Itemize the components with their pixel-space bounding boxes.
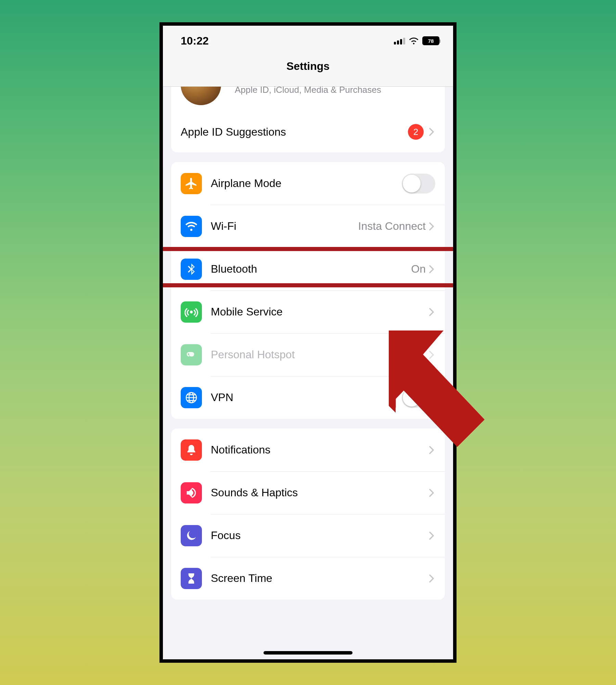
vpn-row[interactable]: VPN bbox=[171, 376, 445, 419]
bell-icon bbox=[181, 439, 202, 461]
vpn-toggle[interactable] bbox=[402, 388, 435, 408]
chevron-right-icon bbox=[429, 489, 435, 497]
battery-level: 78 bbox=[428, 38, 434, 44]
chevron-right-icon bbox=[429, 308, 435, 316]
status-bar: 10:22 78 bbox=[163, 26, 453, 56]
chevron-right-icon bbox=[429, 222, 435, 231]
chevron-right-icon bbox=[429, 128, 435, 136]
apple-id-row[interactable]: Apple ID, iCloud, Media & Purchases bbox=[171, 87, 445, 111]
chevron-right-icon bbox=[429, 351, 435, 359]
chevron-right-icon bbox=[429, 446, 435, 454]
battery-icon: 78 bbox=[422, 36, 439, 45]
vpn-label: VPN bbox=[211, 391, 402, 404]
personal-hotspot-label: Personal Hotspot bbox=[211, 348, 429, 361]
vpn-icon bbox=[181, 387, 202, 408]
status-indicators: 78 bbox=[394, 36, 439, 45]
nav-header: Settings bbox=[163, 56, 453, 87]
mobile-service-label: Mobile Service bbox=[211, 306, 429, 318]
focus-row[interactable]: Focus bbox=[171, 514, 445, 557]
personal-hotspot-row[interactable]: Personal Hotspot bbox=[171, 333, 445, 376]
notifications-label: Notifications bbox=[211, 444, 429, 456]
apple-id-subtitle: Apple ID, iCloud, Media & Purchases bbox=[235, 87, 381, 95]
bluetooth-icon bbox=[181, 259, 202, 280]
apple-id-suggestions-label: Apple ID Suggestions bbox=[181, 126, 408, 138]
screen-time-row[interactable]: Screen Time bbox=[171, 557, 445, 600]
section-system: Notifications Sounds & Haptics bbox=[171, 428, 445, 600]
cellular-icon bbox=[181, 301, 202, 323]
connectivity-wrap: Airplane Mode Wi-Fi Insta Connect bbox=[163, 162, 453, 419]
section-apple-id: Apple ID, iCloud, Media & Purchases Appl… bbox=[171, 87, 445, 152]
status-time: 10:22 bbox=[181, 35, 209, 47]
mobile-service-row[interactable]: Mobile Service bbox=[171, 290, 445, 333]
avatar bbox=[181, 87, 221, 105]
settings-content: Apple ID, iCloud, Media & Purchases Appl… bbox=[163, 87, 453, 600]
wifi-row[interactable]: Wi-Fi Insta Connect bbox=[171, 205, 445, 248]
home-indicator[interactable] bbox=[264, 651, 352, 655]
airplane-icon bbox=[181, 173, 202, 194]
hourglass-icon bbox=[181, 568, 202, 589]
section-connectivity: Airplane Mode Wi-Fi Insta Connect bbox=[171, 162, 445, 419]
notifications-row[interactable]: Notifications bbox=[171, 428, 445, 471]
bluetooth-row[interactable]: Bluetooth On bbox=[171, 248, 445, 290]
badge-count: 2 bbox=[408, 124, 424, 140]
screen-time-label: Screen Time bbox=[211, 572, 429, 585]
hotspot-icon bbox=[181, 344, 202, 365]
wifi-icon bbox=[409, 37, 419, 45]
screen: 10:22 78 Settings Apple bbox=[163, 26, 453, 659]
wifi-settings-icon bbox=[181, 216, 202, 237]
cellular-signal-icon bbox=[394, 37, 405, 45]
sounds-haptics-label: Sounds & Haptics bbox=[211, 486, 429, 499]
chevron-right-icon bbox=[429, 265, 435, 273]
apple-id-suggestions-row[interactable]: Apple ID Suggestions 2 bbox=[171, 111, 445, 152]
airplane-mode-label: Airplane Mode bbox=[211, 177, 402, 190]
focus-label: Focus bbox=[211, 529, 429, 542]
sounds-haptics-row[interactable]: Sounds & Haptics bbox=[171, 471, 445, 514]
airplane-mode-toggle[interactable] bbox=[402, 174, 435, 194]
page-title: Settings bbox=[286, 60, 330, 73]
chevron-right-icon bbox=[429, 574, 435, 583]
airplane-mode-row[interactable]: Airplane Mode bbox=[171, 162, 445, 205]
bluetooth-label: Bluetooth bbox=[211, 263, 411, 275]
bluetooth-value: On bbox=[411, 263, 426, 275]
phone-frame: 10:22 78 Settings Apple bbox=[159, 22, 457, 663]
moon-icon bbox=[181, 525, 202, 546]
chevron-right-icon bbox=[429, 532, 435, 540]
speaker-icon bbox=[181, 482, 202, 503]
wifi-label: Wi-Fi bbox=[211, 220, 358, 233]
wifi-value: Insta Connect bbox=[358, 220, 426, 233]
